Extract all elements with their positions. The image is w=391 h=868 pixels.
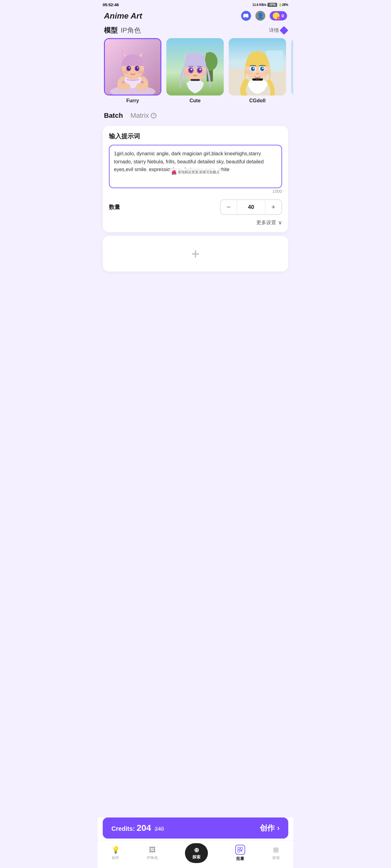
more-settings-label: 更多设置 (256, 219, 276, 226)
model-img-furry[interactable] (104, 38, 161, 95)
model-name-furry: Furry (126, 98, 139, 103)
svg-point-24 (184, 72, 190, 76)
app-title: Anime Art (104, 11, 142, 21)
svg-point-7 (129, 67, 130, 68)
quantity-row: 数量 − 40 + (109, 199, 282, 215)
svg-point-44 (256, 78, 259, 81)
app-header: Anime Art 👤 🌟 + 0 (98, 8, 293, 25)
svg-point-25 (200, 72, 207, 76)
coin-count: 0 (281, 13, 284, 18)
model-name-cute: Cute (190, 98, 201, 103)
vpn-label: VPN (268, 3, 277, 7)
watermark-text: 发现精品资源,探索无知极点 (178, 169, 220, 175)
svg-point-40 (245, 70, 252, 74)
prompt-textarea[interactable]: 1girl,solo, dynamic angle, dark magician… (109, 145, 282, 188)
coin-plus-icon: + (277, 17, 280, 20)
svg-point-41 (263, 70, 270, 74)
svg-point-5 (127, 67, 130, 70)
tab-matrix[interactable]: Matrix ? (130, 112, 157, 120)
model-img-cgdoll[interactable] (229, 38, 286, 95)
svg-point-39 (262, 68, 264, 69)
quantity-value: 40 (237, 200, 265, 214)
char-count: 1000 (109, 189, 282, 194)
svg-point-9 (122, 70, 128, 74)
svg-rect-45 (291, 38, 293, 95)
model-label: 模型 IP角色 (104, 26, 141, 35)
svg-point-38 (253, 68, 254, 69)
svg-point-6 (136, 67, 139, 70)
model-card-cgdoll[interactable]: CGdoll (229, 38, 286, 103)
model-card-cute[interactable]: Cute (166, 38, 224, 103)
svg-point-21 (198, 68, 201, 72)
status-bar: 05:52:46 11.6 KB/s VPN 🔋28% (98, 0, 293, 8)
coin-icon: 🌟 + (273, 12, 280, 19)
quantity-decrease[interactable]: − (221, 200, 237, 214)
user-button[interactable]: 👤 (255, 11, 265, 21)
coins-badge[interactable]: 🌟 + 0 (270, 11, 287, 21)
add-card[interactable]: + (103, 236, 288, 272)
detail-button[interactable]: 详情 (269, 27, 287, 34)
model-sub: IP角色 (121, 26, 141, 35)
model-name-cgdoll: CGdoll (249, 98, 265, 103)
model-card-partial[interactable] (291, 38, 293, 95)
svg-point-12 (136, 83, 146, 90)
model-text: 模型 (104, 26, 118, 35)
tabs-row: Batch Matrix ? (98, 106, 293, 122)
status-icons: 11.6 KB/s VPN 🔋28% (252, 3, 288, 7)
svg-point-23 (199, 69, 201, 70)
model-img-cute[interactable] (166, 38, 224, 95)
svg-rect-26 (191, 79, 200, 81)
quantity-label: 数量 (109, 204, 120, 211)
status-time: 05:52:46 (103, 2, 119, 7)
prompt-title: 输入提示词 (109, 132, 282, 141)
svg-point-20 (189, 68, 193, 72)
add-icon: + (191, 245, 200, 262)
svg-point-42 (256, 73, 259, 75)
tab-matrix-label: Matrix (130, 112, 149, 120)
svg-point-8 (137, 67, 138, 68)
quantity-increase[interactable]: + (265, 200, 281, 214)
quantity-control: − 40 + (220, 199, 282, 215)
model-row: 模型 IP角色 详情 (98, 25, 293, 38)
svg-point-10 (137, 70, 143, 74)
more-settings[interactable]: 更多设置 ∨ (109, 219, 282, 226)
battery-icon: 🔋28% (278, 3, 288, 6)
model-cards: Furry (98, 38, 293, 106)
diamond-icon (280, 26, 288, 35)
detail-label: 详情 (269, 27, 279, 34)
svg-point-22 (191, 69, 192, 70)
network-speed: 11.6 KB/s (252, 3, 266, 6)
help-icon[interactable]: ? (151, 113, 157, 118)
header-icons: 👤 🌟 + 0 (241, 11, 287, 21)
model-card-furry[interactable]: Furry (104, 38, 161, 103)
watermark: 🌺 发现精品资源,探索无知极点 (169, 168, 222, 176)
chevron-down-icon: ∨ (278, 219, 282, 226)
tab-batch[interactable]: Batch (104, 112, 123, 120)
svg-point-11 (120, 83, 130, 90)
discord-button[interactable] (241, 11, 251, 21)
prompt-card: 输入提示词 1girl,solo, dynamic angle, dark ma… (103, 126, 288, 232)
